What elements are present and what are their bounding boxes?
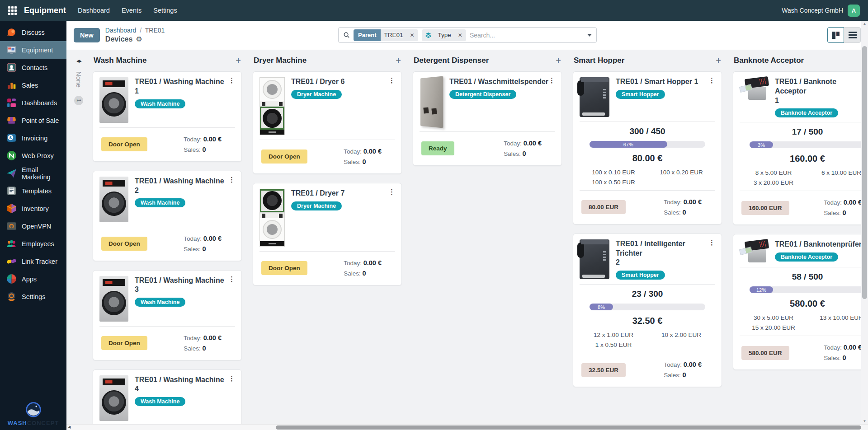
kanban-card[interactable]: TRE01 / WaschmittelspenderDetergent Disp… [413, 71, 562, 166]
sidebar-item-dashboards[interactable]: Dashboards [0, 94, 66, 112]
sales-stat: Sales: 0 [344, 268, 382, 279]
horizontal-scroll-thumb[interactable] [276, 425, 861, 430]
sidebar-item-openvpn[interactable]: OpenVPN [0, 217, 66, 235]
kanban-card[interactable]: TRE01 / Washing Machine 4Wash Machine⋮Do… [93, 369, 242, 430]
card-divider [420, 131, 555, 132]
kanban-card[interactable]: TRE01 / Intelligenter Trichter2Smart Hop… [573, 234, 722, 387]
card-divider [580, 353, 715, 353]
top-menu-dashboard[interactable]: Dashboard [78, 7, 110, 14]
sidebar-item-employees[interactable]: Employees [0, 235, 66, 252]
contained-amount: 32.50 € [580, 316, 715, 326]
card-head-text: TRE01 / Dryer 7Dryer Machine [291, 189, 389, 247]
sidebar-item-web-proxy[interactable]: Web Proxy [0, 147, 66, 164]
sidebar-item-settings[interactable]: Settings [0, 288, 66, 305]
sidebar-item-invoicing[interactable]: $Invoicing [0, 129, 66, 147]
card-menu-icon[interactable]: ⋮ [228, 374, 235, 383]
sidebar-item-point-of-sale[interactable]: Point of Sale [0, 112, 66, 129]
card-footer: 32.50 EURToday: 0.00 €Sales: 0 [580, 358, 715, 382]
column-title: Wash Machine [94, 56, 146, 65]
device-type-badge: Wash Machine [135, 298, 185, 307]
apps-icon [6, 273, 17, 285]
sidebar-item-templates[interactable]: Templates [0, 182, 66, 200]
discuss-icon [6, 27, 17, 38]
list-view-button[interactable] [844, 27, 861, 43]
scroll-left-icon[interactable]: ◀ [68, 425, 71, 429]
sidebar-item-label: Sales [22, 82, 38, 89]
facet-remove-icon[interactable]: ✕ [454, 29, 466, 41]
vertical-scrollbar[interactable]: ▲ ▼ [861, 21, 868, 424]
sales-icon [6, 79, 17, 91]
status-badge: 580.00 EUR [741, 346, 789, 360]
card-divider [740, 336, 868, 336]
card-menu-icon[interactable]: ⋮ [228, 275, 235, 283]
sidebar-item-sales[interactable]: Sales [0, 76, 66, 94]
sidebar-item-label: Contacts [22, 64, 47, 71]
add-card-icon[interactable]: + [396, 56, 401, 65]
unfold-column-icon[interactable]: ◀▶ [76, 59, 81, 63]
kanban-card[interactable]: TRE01 / Dryer 6Dryer Machine⋮Door OpenTo… [253, 71, 402, 174]
kanban-card[interactable]: TRE01 / Smart Hopper 1Smart Hopper⋮300 /… [573, 71, 722, 224]
kanban-board: ◀▶ None 1 Wash Machine+TRE01 / Washing M… [66, 50, 868, 430]
kanban-card[interactable]: TRE01 / Dryer 7Dryer Machine⋮Door OpenTo… [253, 183, 402, 285]
search-input[interactable] [470, 32, 584, 39]
user-avatar[interactable]: A [848, 5, 860, 17]
card-head-text: TRE01 / Washing Machine 2Wash Machine [135, 177, 229, 222]
today-value: 0.00 € [524, 140, 542, 147]
settings-icon [6, 291, 17, 302]
employees-icon [6, 238, 17, 249]
new-button[interactable]: New [74, 28, 100, 42]
folded-column-none[interactable]: ◀▶ None 1 [70, 52, 87, 430]
kanban-card[interactable]: TRE01 / Banknotenprüfer 2Banknote Accept… [733, 234, 868, 370]
card-menu-icon[interactable]: ⋮ [228, 76, 235, 84]
fill-progress-bar: 67% [590, 141, 705, 148]
sidebar-item-equipment[interactable]: Equipment [0, 41, 66, 59]
add-card-icon[interactable]: + [556, 56, 561, 65]
status-badge: Door Open [101, 237, 147, 251]
kanban-view-button[interactable] [827, 27, 844, 43]
card-menu-icon[interactable]: ⋮ [228, 176, 235, 184]
sidebar-item-contacts[interactable]: Contacts [0, 59, 66, 76]
sidebar-item-email-marketing[interactable]: Email Marketing [0, 164, 66, 182]
search-dropdown-caret-icon[interactable] [587, 34, 592, 37]
fill-progress-bar: 3% [750, 141, 865, 148]
sidebar-item-inventory[interactable]: Inventory [0, 200, 66, 217]
scroll-down-icon[interactable]: ▼ [861, 419, 868, 423]
kanban-card[interactable]: TRE01 / Banknote Acceptor1Banknote Accep… [733, 71, 868, 225]
add-card-icon[interactable]: + [236, 56, 241, 65]
add-card-icon[interactable]: + [716, 56, 721, 65]
app-name[interactable]: Equipment [24, 6, 66, 15]
today-value: 0.00 € [203, 136, 222, 143]
sidebar-item-label: Email Marketing [22, 166, 61, 181]
search-facet-type: Type✕ [422, 29, 466, 41]
apps-grid-icon[interactable] [8, 6, 17, 15]
gear-icon[interactable]: ⚙ [136, 35, 142, 44]
horizontal-scrollbar[interactable]: ◀ [66, 424, 868, 430]
card-menu-icon[interactable]: ⋮ [388, 188, 395, 196]
denomination-item: 100 x 0.50 EUR [580, 179, 647, 186]
card-menu-icon[interactable]: ⋮ [708, 238, 715, 247]
scroll-up-icon[interactable]: ▲ [861, 22, 868, 26]
search-bar[interactable]: ParentTRE01✕Type✕ [338, 27, 597, 43]
sidebar-item-link-tracker[interactable]: Link Tracker [0, 252, 66, 270]
card-menu-icon[interactable]: ⋮ [548, 76, 555, 84]
card-menu-icon[interactable]: ⋮ [708, 76, 715, 84]
breadcrumb-link[interactable]: Dashboard [105, 27, 137, 34]
vertical-scroll-thumb[interactable] [862, 46, 867, 299]
kanban-card[interactable]: TRE01 / Washing Machine 3Wash Machine⋮Do… [93, 270, 242, 360]
top-menu-settings[interactable]: Settings [153, 7, 177, 14]
sidebar-item-apps[interactable]: Apps [0, 270, 66, 288]
kanban-card[interactable]: TRE01 / Washing Machine 2Wash Machine⋮Do… [93, 171, 242, 261]
top-menu-events[interactable]: Events [122, 7, 142, 14]
today-label: Today: [824, 199, 842, 206]
sidebar-item-discuss[interactable]: Discuss [0, 23, 66, 41]
company-name[interactable]: Wash Concept GmbH [782, 7, 843, 14]
column-header: Detergent Dispenser+ [414, 56, 561, 65]
facet-remove-icon[interactable]: ✕ [406, 29, 418, 41]
card-menu-icon[interactable]: ⋮ [388, 76, 395, 84]
card-footer: ReadyToday: 0.00 €Sales: 0 [420, 136, 555, 161]
kanban-card[interactable]: TRE01 / Washing Machine 1Wash Machine⋮Do… [93, 71, 242, 162]
contained-amount: 160.00 € [740, 154, 868, 164]
device-type-badge: Banknote Acceptor [775, 252, 838, 262]
breadcrumb-current[interactable]: TRE01 [145, 27, 165, 34]
card-divider [740, 267, 868, 267]
